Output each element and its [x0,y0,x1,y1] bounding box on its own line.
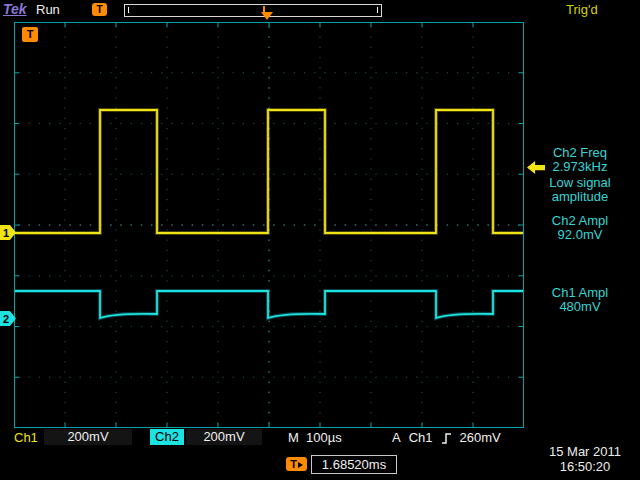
date-value: 15 Mar 2011 [534,444,636,459]
trigger-readout: A Ch1 260mV [392,430,501,446]
trigger-position-arrow-icon [261,12,273,20]
trigger-time-flag-icon: T [22,27,38,42]
ch2-freq-value: 2.973kHz [524,160,636,174]
timebase-label: M [288,430,299,445]
ch2-scale-value: 200mV [186,429,262,445]
record-window-left-tick [128,7,129,13]
trigger-mode-label: A [392,430,401,446]
datetime-readout: 15 Mar 2011 16:50:20 [534,444,636,474]
trigger-source: Ch1 [409,430,433,446]
rising-slope-icon [441,432,452,445]
ch2-scale-label: Ch2 [150,429,184,445]
acquisition-status: Run [36,2,60,17]
timebase-readout: M 100µs [288,430,342,446]
time-value: 16:50:20 [534,459,636,474]
delay-trigger-icon: T [286,457,307,471]
record-view-bar [124,4,382,17]
ch2-ampl-value: 92.0mV [524,228,636,242]
waveform-display [14,22,524,428]
ch2-ampl-readout: Ch2 Ampl 92.0mV [524,214,636,242]
trigger-status: Trig'd [566,2,598,17]
delay-arrow-icon [298,462,303,468]
low-signal-warning: Low signal amplitude [524,176,636,204]
timebase-value: 100µs [306,430,342,445]
ch1-ampl-value: 480mV [524,300,636,314]
record-window-right-tick [377,7,378,13]
ch1-scale-value: 200mV [44,429,132,445]
ch2-ampl-label: Ch2 Ampl [524,214,636,228]
ch2-freq-readout: Ch2 Freq 2.973kHz [524,146,636,174]
warning-line2: amplitude [524,190,636,204]
trigger-level-value: 260mV [460,430,501,446]
tek-logo: Tek [3,1,27,17]
ch1-ampl-label: Ch1 Ampl [524,286,636,300]
delay-value: 1.68520ms [311,455,397,474]
delay-t-label: T [290,458,297,470]
oscilloscope-screen: Tek Run T Trig'd T 1 2 Ch2 Freq 2.973kHz… [0,0,640,480]
ch1-ampl-readout: Ch1 Ampl 480mV [524,286,636,314]
ch1-scale-label: Ch1 [14,430,38,446]
warning-line1: Low signal [524,176,636,190]
ch2-freq-label: Ch2 Freq [524,146,636,160]
graticule: T [14,22,524,428]
trigger-t-icon: T [92,3,107,16]
